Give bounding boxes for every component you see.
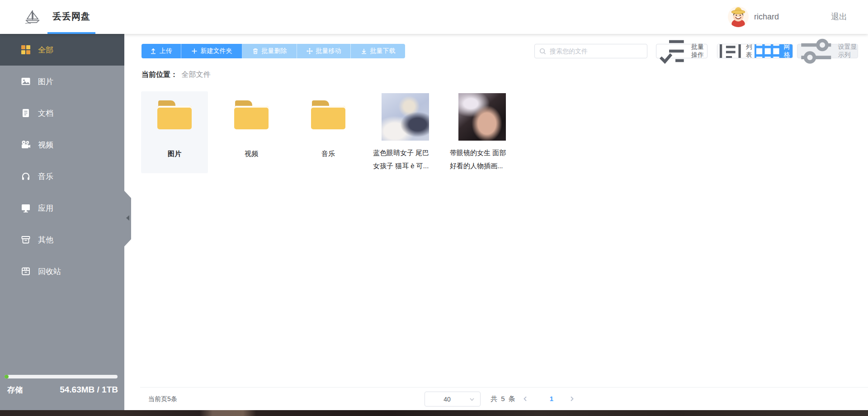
grid-view-icon <box>755 44 781 58</box>
file-card-folder-images[interactable]: 图片 <box>141 91 208 173</box>
sidebar: 全部 图片 文档 视频 <box>0 34 124 410</box>
search-input[interactable] <box>550 47 642 55</box>
sliders-icon <box>797 33 835 70</box>
sidebar-item-label: 全部 <box>38 45 53 55</box>
display-columns-button[interactable]: 设置显示列 <box>797 44 858 58</box>
batch-ops-label: 批量操作 <box>691 43 707 59</box>
video-icon <box>21 140 31 150</box>
music-icon <box>21 171 31 181</box>
search-icon <box>539 48 546 55</box>
sidebar-item-label: 音乐 <box>38 171 53 182</box>
sidebar-item-label: 视频 <box>38 140 53 150</box>
file-card-image-1[interactable]: 蓝色眼睛女子 尾巴 女孩子 猫耳 è 可... <box>372 91 439 173</box>
sidebar-item-documents[interactable]: 文档 <box>0 97 124 129</box>
recycle-icon <box>21 266 31 276</box>
storage-progress <box>5 375 118 378</box>
folder-icon <box>234 100 269 129</box>
batch-delete-label: 批量删除 <box>262 47 287 55</box>
sidebar-item-label: 应用 <box>38 203 53 213</box>
view-toggle: 列表 网格 <box>717 44 793 58</box>
sidebar-item-videos[interactable]: 视频 <box>0 129 124 161</box>
file-name: 蓝色眼睛女子 尾巴 女孩子 猫耳 è 可... <box>372 146 439 172</box>
grid-view-button[interactable]: 网格 <box>755 44 793 58</box>
new-folder-label: 新建文件夹 <box>201 47 232 55</box>
breadcrumb-current[interactable]: 全部文件 <box>181 71 210 78</box>
storage-usage: 54.63MB / 1TB <box>60 385 118 395</box>
upload-icon <box>150 48 156 54</box>
new-folder-button[interactable]: 新建文件夹 <box>181 44 242 58</box>
batch-ops-button[interactable]: 批量操作 <box>656 44 708 58</box>
active-tab-underline <box>47 32 95 34</box>
bottom-strip <box>0 410 868 416</box>
storage-label: 存储 <box>7 385 23 395</box>
page-title: 丢丢网盘 <box>47 0 95 33</box>
sailboat-logo-icon <box>24 8 42 26</box>
list-view-button[interactable]: 列表 <box>717 44 755 58</box>
trash-icon <box>252 48 259 54</box>
upload-button[interactable]: 上传 <box>142 44 181 58</box>
username: richard <box>754 0 779 34</box>
sidebar-item-music[interactable]: 音乐 <box>0 161 124 192</box>
file-card-folder-videos[interactable]: 视频 <box>218 91 285 173</box>
file-name: 音乐 <box>295 150 362 158</box>
search-box <box>534 44 647 58</box>
chevron-left-icon <box>522 396 528 402</box>
action-button-group: 上传 新建文件夹 批量删除 批量移动 <box>142 44 405 58</box>
image-icon <box>21 76 31 86</box>
upload-label: 上传 <box>160 47 172 55</box>
folder-icon <box>311 100 345 129</box>
grid-icon <box>21 45 31 55</box>
breadcrumb: 当前位置： 全部文件 <box>142 70 210 80</box>
file-grid: 图片 视频 音乐 蓝色眼睛女子 尾巴 女孩子 猫耳 è 可... 带眼镜的女生 … <box>141 91 525 173</box>
document-icon <box>21 108 31 118</box>
download-icon <box>361 48 367 54</box>
app-title-tab[interactable]: 丢丢网盘 <box>47 0 95 34</box>
header: 丢丢网盘 richard 退出 <box>0 0 868 34</box>
checklist-icon <box>656 35 688 67</box>
page-size-value: 40 <box>425 396 469 403</box>
next-page-button[interactable] <box>569 388 575 410</box>
batch-move-button[interactable]: 批量移动 <box>297 44 351 58</box>
sidebar-item-label: 文档 <box>38 108 53 118</box>
sidebar-item-label: 图片 <box>38 76 53 87</box>
file-card-image-2[interactable]: 带眼镜的女生 面部 好看的人物插画... <box>448 91 515 173</box>
batch-download-label: 批量下载 <box>370 47 396 55</box>
file-card-folder-music[interactable]: 音乐 <box>295 91 362 173</box>
chevron-left-icon <box>126 215 129 221</box>
list-icon <box>717 44 743 58</box>
storage-panel: 存储 54.63MB / 1TB <box>0 375 124 410</box>
image-thumbnail <box>382 93 429 141</box>
file-name: 带眼镜的女生 面部 好看的人物插画... <box>448 146 515 172</box>
sidebar-item-images[interactable]: 图片 <box>0 66 124 97</box>
sidebar-item-apps[interactable]: 应用 <box>0 192 124 224</box>
page-number[interactable]: 1 <box>545 388 558 410</box>
move-icon <box>307 48 313 54</box>
sidebar-item-other[interactable]: 其他 <box>0 224 124 255</box>
storage-progress-fill <box>5 375 9 378</box>
chevron-down-icon <box>469 397 475 402</box>
monitor-icon <box>21 203 31 213</box>
breadcrumb-prefix: 当前位置： <box>142 71 178 78</box>
plus-icon <box>191 48 198 54</box>
avatar-image-icon <box>728 6 749 27</box>
sidebar-item-all[interactable]: 全部 <box>0 34 124 66</box>
batch-delete-button[interactable]: 批量删除 <box>242 44 297 58</box>
page-size-select[interactable]: 40 <box>425 392 481 407</box>
current-page-count: 当前页5条 <box>148 388 177 410</box>
main-content: 上传 新建文件夹 批量删除 批量移动 <box>124 34 868 410</box>
avatar[interactable] <box>728 6 749 27</box>
logout-button[interactable]: 退出 <box>831 0 847 34</box>
box-icon <box>21 235 31 245</box>
grid-view-label: 网格 <box>784 44 793 58</box>
batch-download-button[interactable]: 批量下载 <box>351 44 405 58</box>
file-name: 视频 <box>218 150 285 158</box>
sidebar-item-label: 其他 <box>38 235 53 245</box>
total-count: 共 5 条 <box>491 388 516 410</box>
batch-move-label: 批量移动 <box>316 47 341 55</box>
sidebar-item-label: 回收站 <box>38 266 61 277</box>
prev-page-button[interactable] <box>522 388 528 410</box>
sidebar-item-recycle[interactable]: 回收站 <box>0 255 124 287</box>
pagination-bar: 当前页5条 40 共 5 条 1 <box>140 387 868 410</box>
image-thumbnail <box>458 93 506 141</box>
chevron-right-icon <box>569 396 575 402</box>
